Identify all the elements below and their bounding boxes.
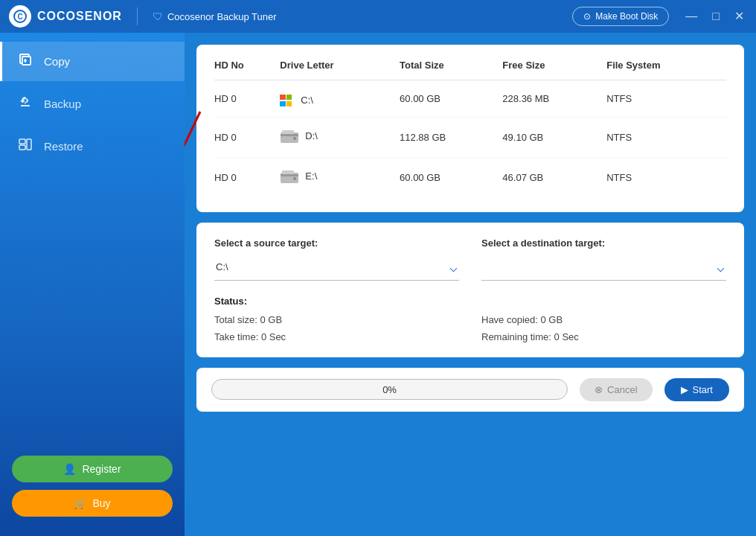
- sidebar-bottom: 👤 Register 🛒 Buy: [0, 444, 185, 529]
- buy-button[interactable]: 🛒 Buy: [12, 490, 173, 517]
- destination-group: Select a destination target: ⌵: [481, 237, 726, 281]
- titlebar-left: C COCOSENOR 🛡 Cocosenor Backup Tuner: [9, 5, 277, 28]
- cell-free-size: 49.10 GB: [502, 117, 606, 157]
- logo-text: COCOSENOR: [37, 10, 122, 23]
- cell-drive-letter: E:\: [280, 157, 400, 197]
- bottom-bar: 0% ⊗ Cancel ▶ Start: [196, 368, 744, 412]
- sidebar-item-backup[interactable]: Backup: [0, 84, 185, 124]
- cell-free-size: 228.36 MB: [502, 80, 606, 118]
- total-size-field: Total size: 0 GB: [214, 314, 459, 325]
- svg-rect-7: [19, 145, 25, 150]
- window-controls: — □ ✕: [682, 9, 747, 24]
- svg-rect-13: [282, 130, 294, 134]
- cancel-button[interactable]: ⊗ Cancel: [580, 378, 652, 401]
- copy-icon: [17, 52, 33, 71]
- table-row[interactable]: HD 0 D:\112.88 GB49.10 GBNTFS: [214, 117, 726, 157]
- col-drive-letter: Drive Letter: [280, 60, 400, 80]
- titlebar: C COCOSENOR 🛡 Cocosenor Backup Tuner ⊙ M…: [0, 0, 756, 33]
- have-copied-value: 0 GB: [541, 314, 563, 325]
- boot-disk-icon: ⊙: [583, 11, 591, 22]
- cell-file-system: NTFS: [606, 157, 726, 197]
- have-copied-label: Have copied:: [481, 314, 538, 325]
- disk-icon: [280, 168, 299, 185]
- table-row[interactable]: HD 0C:\60.00 GB228.36 MBNTFS: [214, 80, 726, 118]
- title-divider: [137, 7, 138, 25]
- remaining-time-label: Remaining time:: [481, 331, 551, 342]
- total-size-value: 0 GB: [260, 314, 282, 325]
- total-size-label: Total size:: [214, 314, 257, 325]
- backup-nav-icon: [17, 95, 33, 113]
- cell-drive-letter: C:\: [280, 80, 400, 118]
- content-area: HD No Drive Letter Total Size Free Size …: [185, 33, 756, 536]
- sidebar-backup-label: Backup: [44, 98, 81, 110]
- svg-rect-12: [281, 134, 298, 136]
- close-button[interactable]: ✕: [731, 9, 747, 24]
- have-copied-field: Have copied: 0 GB: [481, 314, 726, 325]
- remaining-time-field: Remaining time: 0 Sec: [481, 331, 726, 342]
- annotation-arrow: [185, 104, 211, 194]
- status-title: Status:: [214, 296, 726, 307]
- cell-file-system: NTFS: [606, 80, 726, 118]
- take-time-value: 0 Sec: [261, 331, 286, 342]
- make-boot-disk-button[interactable]: ⊙ Make Boot Disk: [572, 7, 669, 26]
- col-free-size: Free Size: [502, 60, 606, 80]
- remaining-time-value: 0 Sec: [554, 331, 579, 342]
- sidebar-restore-label: Restore: [44, 140, 83, 153]
- maximize-button[interactable]: □: [709, 9, 723, 24]
- cell-total-size: 112.88 GB: [400, 117, 502, 157]
- take-time-field: Take time: 0 Sec: [214, 331, 459, 342]
- drive-table: HD No Drive Letter Total Size Free Size …: [214, 60, 726, 197]
- cell-hd-no: HD 0: [214, 157, 280, 197]
- copy-options-card: Select a source target: C:\ ⌵ Select a d…: [196, 223, 744, 357]
- source-group: Select a source target: C:\ ⌵: [214, 237, 459, 281]
- progress-text: 0%: [382, 384, 397, 395]
- select-row: Select a source target: C:\ ⌵ Select a d…: [214, 237, 726, 281]
- app-title: 🛡 Cocosenor Backup Tuner: [153, 10, 277, 22]
- drive-table-card: HD No Drive Letter Total Size Free Size …: [196, 45, 744, 212]
- source-dropdown[interactable]: C:\ ⌵: [214, 255, 459, 281]
- register-button[interactable]: 👤 Register: [12, 456, 173, 482]
- drive-letter-text: C:\: [301, 95, 313, 106]
- status-grid: Total size: 0 GB Have copied: 0 GB Take …: [214, 314, 726, 342]
- svg-line-10: [185, 112, 200, 182]
- sidebar: Copy Backup Restore: [0, 33, 185, 536]
- start-icon: ▶: [681, 384, 688, 395]
- destination-chevron-icon: ⌵: [717, 259, 725, 275]
- col-hd-no: HD No: [214, 60, 280, 80]
- source-value: C:\: [216, 261, 228, 272]
- source-label: Select a source target:: [214, 237, 459, 249]
- drive-letter-text: D:\: [305, 130, 318, 141]
- drive-letter-text: E:\: [305, 170, 317, 182]
- col-total-size: Total Size: [400, 60, 502, 80]
- restore-icon: [17, 137, 33, 156]
- backup-icon: 🛡: [153, 10, 163, 22]
- cell-total-size: 60.00 GB: [400, 157, 502, 197]
- status-section: Status: Total size: 0 GB Have copied: 0 …: [214, 296, 726, 342]
- cell-free-size: 46.07 GB: [502, 157, 606, 197]
- disk-icon: [280, 128, 299, 144]
- destination-dropdown[interactable]: ⌵: [481, 255, 726, 281]
- sidebar-item-copy[interactable]: Copy: [0, 42, 185, 81]
- cell-hd-no: HD 0: [214, 80, 280, 118]
- svg-text:C: C: [17, 13, 22, 21]
- cell-total-size: 60.00 GB: [400, 80, 502, 118]
- progress-bar: 0%: [211, 379, 568, 400]
- minimize-button[interactable]: —: [682, 9, 700, 24]
- svg-point-18: [293, 177, 296, 180]
- cancel-icon: ⊗: [595, 384, 603, 395]
- sidebar-item-restore[interactable]: Restore: [0, 127, 185, 166]
- svg-rect-16: [281, 174, 298, 176]
- svg-rect-17: [282, 170, 294, 174]
- buy-icon: 🛒: [74, 497, 86, 509]
- titlebar-right: ⊙ Make Boot Disk — □ ✕: [572, 7, 747, 26]
- windows-logo-icon: [280, 95, 292, 106]
- start-button[interactable]: ▶ Start: [664, 378, 729, 401]
- svg-rect-6: [19, 139, 25, 144]
- source-chevron-icon: ⌵: [449, 259, 458, 275]
- register-icon: 👤: [63, 463, 76, 475]
- col-file-system: File System: [606, 60, 726, 80]
- destination-label: Select a destination target:: [481, 237, 726, 249]
- logo-icon: C: [9, 5, 31, 28]
- take-time-label: Take time:: [214, 331, 258, 342]
- table-row[interactable]: HD 0 E:\60.00 GB46.07 GBNTFS: [214, 157, 726, 197]
